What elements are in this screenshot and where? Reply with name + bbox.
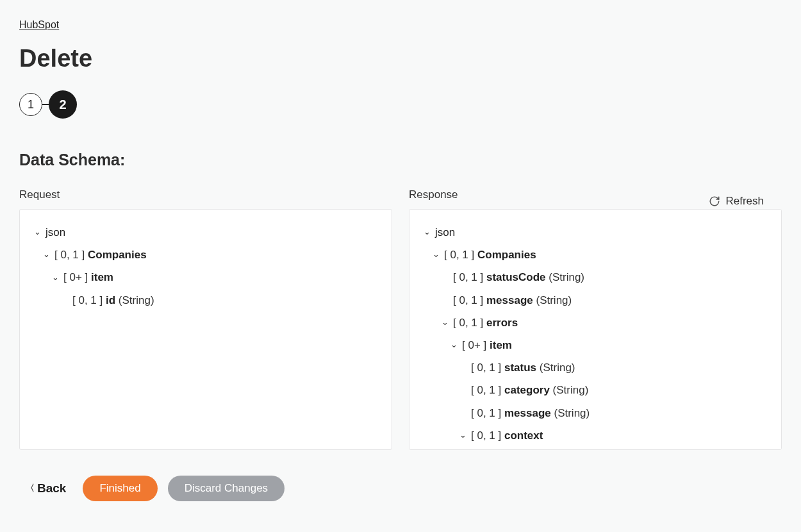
tree-node-label: [ 0, 1 ] errors [453,314,518,331]
chevron-down-icon[interactable]: ⌄ [33,226,42,239]
response-panel: ⌄json⌄[ 0, 1 ] Companies⌄[ 0, 1 ] status… [409,209,782,450]
request-label: Request [19,188,392,201]
tree-node-label: [ 0, 1 ] Companies [54,246,147,263]
chevron-down-icon[interactable]: ⌄ [440,316,449,329]
tree-row[interactable]: ⌄[ 0, 1 ] ids [422,447,768,450]
tree-node-label: [ 0, 1 ] category (String) [471,381,588,399]
response-label: Response [409,188,782,201]
chevron-down-icon[interactable]: ⌄ [51,271,60,285]
step-1[interactable]: 1 [19,93,42,116]
section-heading: Data Schema: [19,151,782,169]
step-connector [42,104,49,105]
tree-node-label: [ 0, 1 ] id (String) [72,292,154,309]
tree-row[interactable]: ⌄[ 0, 1 ] status (String) [422,356,768,379]
step-2[interactable]: 2 [49,90,77,119]
chevron-down-icon[interactable]: ⌄ [42,248,51,262]
tree-row[interactable]: ⌄[ 0, 1 ] Companies [33,244,379,266]
back-button[interactable]: 〈 Back [19,478,72,499]
tree-row[interactable]: ⌄[ 0+ ] item [33,266,379,288]
tree-node-label: [ 0, 1 ] statusCode (String) [453,269,584,286]
breadcrumb-hubspot[interactable]: HubSpot [19,19,59,31]
chevron-down-icon[interactable]: ⌄ [431,248,440,262]
tree-row[interactable]: ⌄json [33,221,379,244]
tree-node-label: [ 0+ ] item [63,269,113,286]
tree-node-label: [ 0, 1 ] context [471,427,543,444]
tree-row[interactable]: ⌄[ 0, 1 ] statusCode (String) [422,266,768,288]
tree-row[interactable]: ⌄[ 0, 1 ] message (String) [422,402,768,424]
tree-node-label: [ 0, 1 ] Companies [444,246,536,263]
discard-changes-button[interactable]: Discard Changes [168,476,285,501]
tree-node-label: [ 0, 1 ] message (String) [471,404,590,422]
tree-node-label: [ 0, 1 ] status (String) [471,359,575,376]
tree-row[interactable]: ⌄json [422,221,768,244]
tree-node-label: [ 0, 1 ] message (String) [453,292,572,309]
page-title: Delete [19,45,782,72]
tree-node-label: json [45,224,65,241]
tree-row[interactable]: ⌄[ 0, 1 ] category (String) [422,379,768,401]
back-label: Back [37,481,66,495]
tree-row[interactable]: ⌄[ 0, 1 ] errors [422,312,768,334]
tree-node-label: [ 0+ ] item [462,337,512,354]
tree-node-label: json [435,224,455,241]
tree-row[interactable]: ⌄[ 0, 1 ] message (String) [422,289,768,312]
chevron-down-icon[interactable]: ⌄ [458,429,467,442]
chevron-down-icon[interactable]: ⌄ [422,226,431,239]
chevron-left-icon: 〈 [26,483,35,494]
tree-node-label: [ 0, 1 ] ids [480,449,529,450]
tree-row[interactable]: ⌄[ 0, 1 ] id (String) [33,289,379,312]
tree-row[interactable]: ⌄[ 0+ ] item [422,334,768,356]
chevron-down-icon[interactable]: ⌄ [449,338,458,352]
stepper: 1 2 [19,90,782,119]
request-panel: ⌄json⌄[ 0, 1 ] Companies⌄[ 0+ ] item⌄[ 0… [19,209,392,450]
tree-row[interactable]: ⌄[ 0, 1 ] Companies [422,244,768,266]
tree-row[interactable]: ⌄[ 0, 1 ] context [422,424,768,447]
finished-button[interactable]: Finished [83,476,157,501]
